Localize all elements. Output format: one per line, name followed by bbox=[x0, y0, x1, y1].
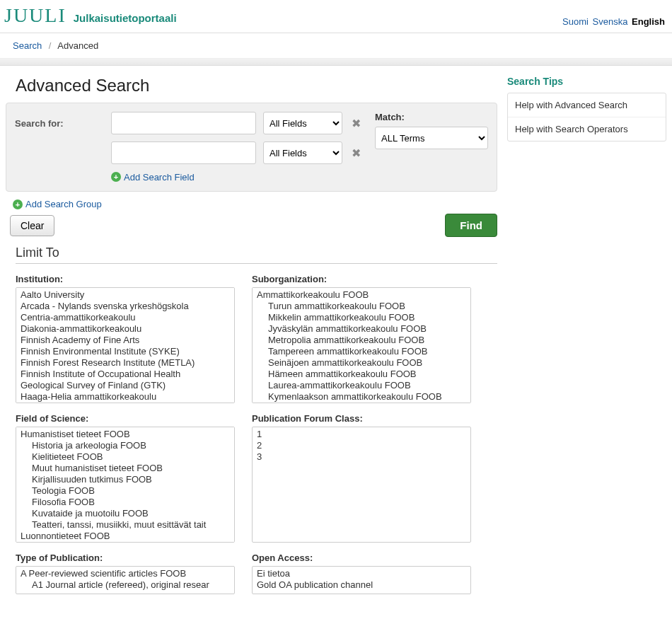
list-item[interactable]: Kymenlaakson ammattikorkeakoulu FOOB bbox=[255, 391, 468, 403]
breadcrumb-search[interactable]: Search bbox=[13, 40, 42, 51]
list-item[interactable]: Finnish Institute of Occupational Health bbox=[19, 369, 231, 380]
search-field-select-2[interactable]: All Fields bbox=[263, 141, 342, 164]
search-group: Search for: All Fields ✖ All Fields bbox=[6, 103, 497, 192]
list-item[interactable]: Ammattikorkeakoulu FOOB bbox=[255, 289, 468, 301]
list-item[interactable]: Tampereen ammattikorkeakoulu FOOB bbox=[255, 346, 468, 357]
lang-sv[interactable]: Svenska bbox=[593, 16, 628, 27]
plus-icon: + bbox=[13, 199, 23, 209]
openaccess-select[interactable]: Ei tietoaGold OA publication channel bbox=[252, 566, 471, 594]
lang-fi[interactable]: Suomi bbox=[562, 16, 589, 27]
list-item[interactable]: Luonnontieteet FOOB bbox=[19, 531, 231, 542]
list-item[interactable]: Historia ja arkeologia FOOB bbox=[19, 440, 231, 451]
list-item[interactable]: Jyväskylän ammattikorkeakoulu FOOB bbox=[255, 323, 468, 335]
list-item[interactable]: Filosofia FOOB bbox=[19, 497, 231, 508]
list-item[interactable]: Kielitieteet FOOB bbox=[19, 451, 231, 463]
brand-subtitle[interactable]: Julkaisutietoportaali bbox=[74, 12, 177, 24]
list-item[interactable]: Humanistiset tieteet FOOB bbox=[19, 429, 231, 440]
suborg-label: Suborganization: bbox=[252, 274, 471, 284]
list-item[interactable]: Finnish Forest Research Institute (METLA… bbox=[19, 357, 231, 369]
list-item[interactable]: Teologia FOOB bbox=[19, 485, 231, 497]
list-item[interactable]: Aalto University bbox=[19, 289, 231, 301]
search-term-input-1[interactable] bbox=[111, 112, 256, 134]
limit-to-heading: Limit To bbox=[16, 245, 497, 264]
field-of-science-label: Field of Science: bbox=[16, 413, 235, 424]
breadcrumb-advanced: Advanced bbox=[57, 40, 98, 51]
list-item[interactable]: Ei tietoa bbox=[255, 568, 468, 579]
search-tips-heading: Search Tips bbox=[507, 76, 666, 87]
help-operators-link[interactable]: Help with Search Operators bbox=[508, 117, 666, 141]
language-switcher: Suomi Svenska English bbox=[561, 16, 665, 27]
pubtype-label: Type of Publication: bbox=[16, 553, 235, 563]
suborg-select[interactable]: Ammattikorkeakoulu FOOBTurun ammattikork… bbox=[252, 287, 471, 403]
list-item[interactable]: Muut humanistiset tieteet FOOB bbox=[19, 463, 231, 474]
clear-button[interactable]: Clear bbox=[10, 215, 54, 236]
field-of-science-select[interactable]: Humanistiset tieteet FOOBHistoria ja ark… bbox=[16, 427, 235, 543]
lang-en[interactable]: English bbox=[632, 16, 665, 27]
help-advanced-link[interactable]: Help with Advanced Search bbox=[508, 93, 666, 117]
list-item[interactable]: Seinäjoen ammattikorkeakoulu FOOB bbox=[255, 357, 468, 369]
topbar: JUULI Julkaisutietoportaali Suomi Svensk… bbox=[0, 0, 672, 33]
list-item[interactable]: 1 bbox=[255, 429, 468, 440]
match-select[interactable]: ALL Terms bbox=[375, 127, 488, 149]
breadcrumb-sep: / bbox=[49, 40, 52, 51]
search-term-input-2[interactable] bbox=[111, 141, 256, 164]
brand: JUULI Julkaisutietoportaali bbox=[4, 4, 177, 27]
remove-row-icon[interactable]: ✖ bbox=[349, 117, 362, 130]
add-search-field-link[interactable]: + Add Search Field bbox=[111, 172, 195, 183]
breadcrumb: Search / Advanced bbox=[0, 33, 672, 59]
find-button[interactable]: Find bbox=[445, 214, 497, 237]
list-item[interactable]: Teatteri, tanssi, musiikki, muut esittäv… bbox=[19, 519, 231, 531]
search-tips-box: Help with Advanced Search Help with Sear… bbox=[507, 93, 666, 141]
list-item[interactable]: Hämeen ammattikorkeakoulu FOOB bbox=[255, 369, 468, 380]
list-item[interactable]: 2 bbox=[255, 440, 468, 451]
list-item[interactable]: Turun ammattikorkeakoulu FOOB bbox=[255, 301, 468, 312]
openaccess-label: Open Access: bbox=[252, 553, 471, 563]
institution-label: Institution: bbox=[16, 274, 235, 284]
list-item[interactable]: Kirjallisuuden tutkimus FOOB bbox=[19, 474, 231, 485]
list-item[interactable]: Haaga-Helia ammattikorkeakoulu bbox=[19, 391, 231, 403]
list-item[interactable]: Centria-ammattikorkeakoulu bbox=[19, 312, 231, 323]
search-for-label: Search for: bbox=[15, 118, 104, 129]
pubforum-label: Publication Forum Class: bbox=[252, 413, 471, 424]
list-item[interactable]: Diakonia-ammattikorkeakoulu bbox=[19, 323, 231, 335]
page-title: Advanced Search bbox=[16, 76, 497, 96]
list-item[interactable]: Gold OA publication channel bbox=[255, 579, 468, 591]
pubforum-select[interactable]: 123 bbox=[252, 427, 471, 543]
list-item[interactable]: Arcada - Nylands svenska yrkeshögskola bbox=[19, 301, 231, 312]
pubtype-select[interactable]: A Peer-reviewed scientific articles FOOB… bbox=[16, 566, 235, 594]
plus-icon: + bbox=[111, 172, 121, 182]
list-item[interactable]: Finnish Academy of Fine Arts bbox=[19, 335, 231, 346]
institution-select[interactable]: Aalto UniversityArcada - Nylands svenska… bbox=[16, 287, 235, 403]
list-item[interactable]: Geological Survey of Finland (GTK) bbox=[19, 380, 231, 391]
list-item[interactable]: A1 Journal article (refereed), original … bbox=[19, 579, 231, 591]
list-item[interactable]: 3 bbox=[255, 451, 468, 463]
list-item[interactable]: Kuvataide ja muotoilu FOOB bbox=[19, 508, 231, 519]
brand-logo[interactable]: JUULI bbox=[4, 4, 66, 27]
list-item[interactable]: Laurea-ammattikorkeakoulu FOOB bbox=[255, 380, 468, 391]
add-search-group-link[interactable]: + Add Search Group bbox=[13, 199, 102, 209]
remove-row-icon[interactable]: ✖ bbox=[349, 146, 362, 160]
decorative-band bbox=[0, 59, 672, 66]
match-label: Match: bbox=[375, 112, 488, 122]
search-field-select-1[interactable]: All Fields bbox=[263, 112, 342, 134]
list-item[interactable]: Finnish Environmental Institute (SYKE) bbox=[19, 346, 231, 357]
list-item[interactable]: Metropolia ammattikorkeakoulu FOOB bbox=[255, 335, 468, 346]
list-item[interactable]: Mikkelin ammattikorkeakoulu FOOB bbox=[255, 312, 468, 323]
list-item[interactable]: A Peer-reviewed scientific articles FOOB bbox=[19, 568, 231, 579]
